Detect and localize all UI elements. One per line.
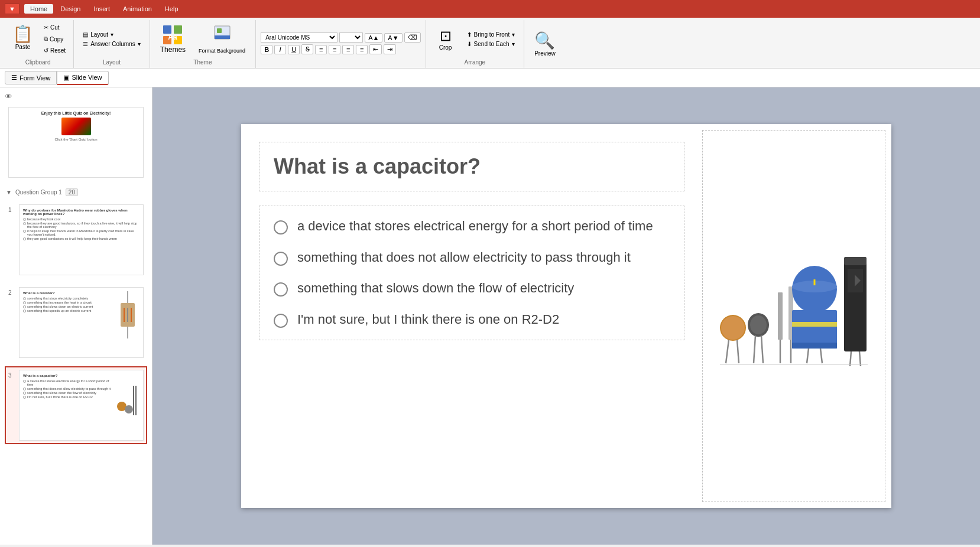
answer-text-1: a device that stores electrical energy f…	[297, 218, 653, 235]
slide-view-button[interactable]: ▣ Slide View	[57, 71, 108, 85]
clipboard-controls: 📋 Paste ✂ Cut ⧉ Copy ↺ Reset	[7, 21, 69, 57]
svg-rect-27	[778, 292, 783, 340]
slide-2-question: What is a resistor?	[23, 291, 113, 295]
arrange-buttons: ⬆ Bring to Front ▾ ⬇ Send to Each ▾	[463, 30, 520, 48]
question-box[interactable]: What is a capacitor?	[259, 142, 684, 191]
answer-option-1[interactable]: a device that stores electrical energy f…	[274, 218, 670, 235]
font-size-select[interactable]	[339, 32, 363, 43]
underline-button[interactable]: U	[288, 45, 300, 54]
slide-preview-intro: Enjoy this Little Quiz on Electricity! C…	[8, 107, 144, 178]
layout-button[interactable]: ▤ Layout ▾	[79, 30, 145, 39]
slide-thumbnail-1[interactable]: 1 Why do workers for Manitoba Hydro wear…	[5, 201, 147, 279]
bring-to-front-icon: ⬆	[467, 31, 472, 38]
radio-s3-3	[23, 392, 26, 395]
slide-1-option-4: they are good conductors so it will help…	[23, 237, 139, 240]
slide-image-panel[interactable]	[702, 130, 885, 502]
slide-2-option-1: something that stops electricity complet…	[23, 297, 113, 300]
answer-option-2[interactable]: something that does not allow electricit…	[274, 249, 670, 266]
copy-button[interactable]: ⧉ Copy	[41, 34, 69, 44]
bring-to-front-button[interactable]: ⬆ Bring to Front ▾	[463, 30, 520, 39]
section-header[interactable]: ▼ Question Group 1 20	[5, 186, 147, 198]
strikethrough-button[interactable]: S̶	[301, 44, 313, 54]
slide-2-option-4: something that speeds up an electric cur…	[23, 309, 113, 312]
font-shrink-button[interactable]: A▼	[384, 33, 402, 43]
radio-s3-1	[23, 380, 26, 383]
answer-columns-button[interactable]: ☰ Answer Columns ▾	[79, 40, 145, 48]
slide-thumbnail-2[interactable]: 2 What is a resistor? something that sto…	[5, 284, 147, 362]
themes-label: Themes	[160, 45, 186, 54]
svg-rect-1	[174, 25, 182, 34]
layout-buttons: ▤ Layout ▾ ☰ Answer Columns ▾	[79, 30, 145, 48]
intro-image	[61, 118, 91, 135]
radio-3	[23, 230, 26, 233]
reset-icon: ↺	[44, 47, 48, 54]
reset-button[interactable]: ↺ Reset	[41, 45, 69, 56]
outdent-button[interactable]: ⇥	[384, 44, 396, 54]
justify-button[interactable]: ≡	[356, 45, 368, 54]
section-collapse-icon: ▼	[6, 189, 12, 196]
themes-button[interactable]: Aa Themes	[155, 21, 191, 57]
font-grow-button[interactable]: A▲	[365, 33, 382, 43]
themes-icon: Aa	[162, 24, 183, 45]
slide-3-option-1: a device that stores electrical energy f…	[23, 379, 113, 386]
radio-s2-1	[23, 297, 26, 300]
send-to-back-button[interactable]: ⬇ Send to Each ▾	[463, 40, 520, 48]
slide-3-option-2: something that does not allow electricit…	[23, 387, 113, 390]
slide-thumbnail-intro[interactable]: Enjoy this Little Quiz on Electricity! C…	[5, 103, 147, 181]
tab-design[interactable]: Design	[54, 4, 86, 14]
slide-view-icon: ▣	[63, 74, 69, 82]
tab-animation[interactable]: Animation	[117, 4, 158, 14]
indent-button[interactable]: ⇤	[369, 44, 382, 54]
tab-home[interactable]: Home	[24, 4, 53, 14]
italic-button[interactable]: I	[274, 45, 286, 54]
answer-radio-1[interactable]	[274, 220, 288, 235]
align-center-button[interactable]: ≡	[329, 45, 340, 54]
preview-button[interactable]: 🔍 Preview	[529, 28, 561, 60]
radio-s2-4	[23, 310, 26, 312]
arrange-label: Arrange	[465, 57, 486, 66]
font-name-select[interactable]: Aral Unicode MS	[261, 32, 338, 43]
answer-radio-3[interactable]	[274, 282, 288, 297]
align-left-button[interactable]: ≡	[315, 45, 327, 54]
question-title: What is a capacitor?	[274, 154, 670, 179]
layout-controls: ▤ Layout ▾ ☰ Answer Columns ▾	[79, 21, 145, 57]
clear-format-button[interactable]: ⌫	[404, 32, 421, 43]
slide-canvas[interactable]: What is a capacitor? a device that store…	[241, 124, 891, 508]
radio-s2-3	[23, 305, 26, 308]
slide-thumbnail-3[interactable]: 3 What is a capacitor? a device that sto…	[5, 366, 147, 444]
theme-group: Aa Themes Format Background	[150, 20, 256, 68]
slide-3-option-4: I'm not sure, but I think there is one o…	[23, 395, 113, 399]
format-background-label: Format Background	[199, 48, 245, 54]
svg-rect-35	[792, 343, 837, 349]
radio-s3-4	[23, 396, 26, 399]
paste-button[interactable]: 📋 Paste	[7, 21, 38, 57]
ribbon: 📋 Paste ✂ Cut ⧉ Copy ↺ Reset	[0, 18, 980, 69]
clipboard-small-buttons: ✂ Cut ⧉ Copy ↺ Reset	[41, 21, 69, 57]
form-view-icon: ☰	[11, 74, 17, 82]
slide-1-question: Why do workers for Manitoba Hydro wear r…	[23, 209, 139, 216]
align-right-button[interactable]: ≡	[342, 45, 354, 54]
bold-button[interactable]: B	[261, 45, 272, 54]
app-logo[interactable]: ▼	[5, 4, 20, 14]
answer-option-4[interactable]: I'm not sure, but I think there is one o…	[274, 311, 670, 328]
crop-button[interactable]: ⊡ Crop	[431, 25, 460, 54]
slide-main: What is a capacitor? a device that store…	[241, 124, 702, 508]
answers-box[interactable]: a device that stores electrical energy f…	[259, 206, 684, 340]
form-view-button[interactable]: ☰ Form View	[5, 71, 57, 84]
answer-radio-2[interactable]	[274, 252, 288, 266]
slide-preview-1: Why do workers for Manitoba Hydro wear r…	[19, 204, 144, 275]
svg-rect-36	[792, 322, 837, 327]
ribbon-content: 📋 Paste ✂ Cut ⧉ Copy ↺ Reset	[0, 18, 980, 68]
cut-button[interactable]: ✂ Cut	[41, 22, 69, 32]
answer-option-3[interactable]: something that slows down the flow of el…	[274, 280, 670, 297]
tab-insert[interactable]: Insert	[87, 4, 116, 14]
visibility-icon[interactable]: 👁	[5, 92, 12, 101]
font-row-1: Aral Unicode MS A▲ A▼ ⌫	[261, 32, 420, 43]
svg-rect-7	[217, 28, 222, 33]
tab-help[interactable]: Help	[159, 4, 184, 14]
format-background-icon	[213, 25, 231, 47]
slide-2-content: What is a resistor? something that stops…	[23, 291, 113, 354]
slide-num-2: 2	[8, 289, 15, 296]
answer-radio-4[interactable]	[274, 314, 288, 328]
format-background-button[interactable]: Format Background	[193, 22, 251, 57]
